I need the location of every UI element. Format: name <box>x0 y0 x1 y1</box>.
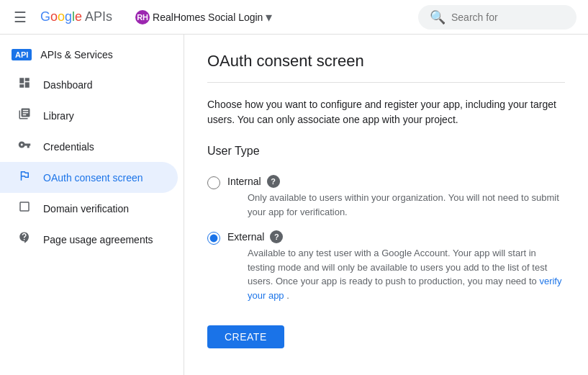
page-title: OAuth consent screen <box>207 52 565 83</box>
page-usage-icon <box>17 231 32 248</box>
user-type-radio-group: Internal ? Only available to users withi… <box>207 169 565 308</box>
oauth-icon <box>17 169 32 186</box>
sidebar-item-credentials[interactable]: Credentials <box>0 131 178 162</box>
internal-label-text: Internal <box>227 176 261 187</box>
internal-option: Internal ? Only available to users withi… <box>207 169 565 225</box>
project-name: RealHomes Social Login <box>153 12 263 23</box>
external-option: External ? Available to any test user wi… <box>207 225 565 308</box>
create-button[interactable]: CREATE <box>207 325 284 348</box>
sidebar-item-domain-label: Domain verification <box>43 203 129 214</box>
external-description-text2: . <box>286 290 289 301</box>
external-radio[interactable] <box>207 232 220 245</box>
sidebar: API APIs & Services Dashboard Library Cr… <box>0 35 184 375</box>
google-apis-logo: Google APIs <box>40 9 112 24</box>
chevron-down-icon: ▾ <box>266 9 272 25</box>
topbar: ☰ Google APIs RH RealHomes Social Login … <box>0 0 588 35</box>
external-label-group: External ? Available to any test user wi… <box>227 230 565 302</box>
project-selector[interactable]: RH RealHomes Social Login ▾ <box>130 6 278 28</box>
external-description: Available to any test user with a Google… <box>248 246 565 302</box>
api-badge: API <box>12 49 32 60</box>
library-icon <box>17 107 32 124</box>
sidebar-item-credentials-label: Credentials <box>43 141 94 153</box>
sidebar-item-page-usage[interactable]: Page usage agreements <box>0 224 178 255</box>
apis-services-text: APIs & Services <box>40 49 112 60</box>
dashboard-icon <box>17 76 32 93</box>
internal-help-icon[interactable]: ? <box>267 175 280 188</box>
sidebar-item-oauth-consent[interactable]: OAuth consent screen <box>0 162 178 193</box>
sidebar-item-domain-verification[interactable]: Domain verification <box>0 193 178 224</box>
user-type-heading: User Type <box>207 145 565 158</box>
project-icon: RH <box>135 10 150 24</box>
sidebar-item-dashboard-label: Dashboard <box>43 79 93 91</box>
sidebar-item-library[interactable]: Library <box>0 100 178 131</box>
sidebar-item-dashboard[interactable]: Dashboard <box>0 69 178 100</box>
sidebar-item-page-usage-label: Page usage agreements <box>43 234 153 245</box>
description-text: Choose how you want to configure and reg… <box>207 97 565 127</box>
sidebar-item-library-label: Library <box>43 110 74 122</box>
external-help-icon[interactable]: ? <box>270 230 283 243</box>
internal-description: Only available to users within your orga… <box>248 191 565 219</box>
apis-text: APIs <box>85 9 112 24</box>
internal-radio[interactable] <box>207 176 220 189</box>
search-bar[interactable]: 🔍 <box>418 5 576 30</box>
external-label-row: External ? <box>227 230 565 243</box>
content-area: OAuth consent screen Choose how you want… <box>184 35 588 375</box>
external-label-text: External <box>227 231 264 243</box>
google-logo: Google <box>40 9 82 24</box>
menu-icon[interactable]: ☰ <box>12 9 29 26</box>
search-icon: 🔍 <box>430 9 445 25</box>
internal-label-group: Internal ? Only available to users withi… <box>227 175 565 219</box>
search-input[interactable] <box>451 12 552 23</box>
sidebar-item-oauth-label: OAuth consent screen <box>43 172 143 184</box>
domain-icon <box>17 200 32 217</box>
external-description-text1: Available to any test user with a Google… <box>248 248 547 286</box>
credentials-icon <box>17 138 32 155</box>
main-layout: API APIs & Services Dashboard Library Cr… <box>0 35 588 375</box>
internal-label-row: Internal ? <box>227 175 565 188</box>
api-services-label: API APIs & Services <box>0 40 184 69</box>
